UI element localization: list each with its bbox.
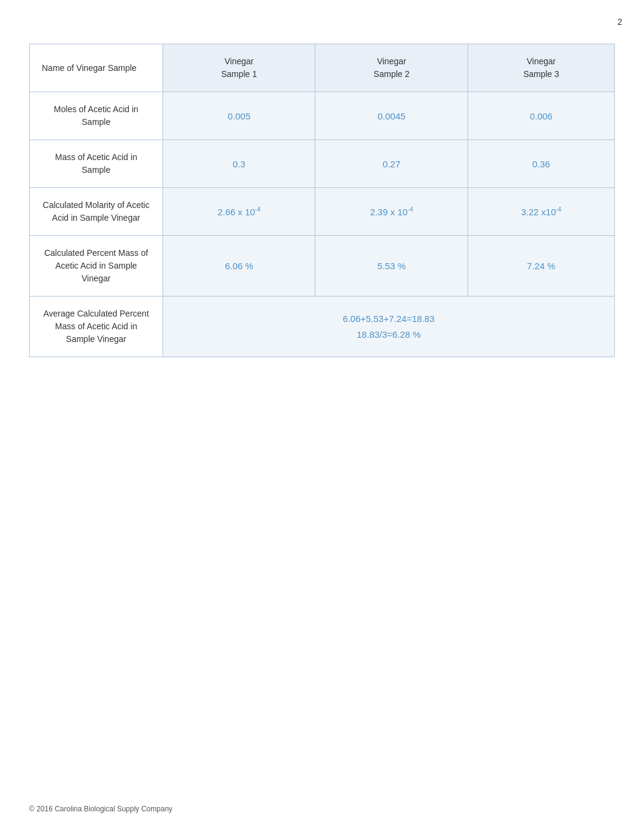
data-table: Name of Vinegar Sample VinegarSample 1 V…: [29, 44, 615, 357]
avg-line2: 18.83/3=6.28 %: [357, 329, 421, 340]
row-label-moles: Moles of Acetic Acid in Sample: [30, 92, 163, 140]
cell-mass-s2: 0.27: [315, 140, 468, 188]
copyright: © 2016 Carolina Biological Supply Compan…: [29, 805, 172, 813]
cell-avg-merged: 6.06+5.53+7.24=18.83 18.83/3=6.28 %: [163, 297, 615, 357]
cell-molarity-s3: 3.22 x10-4: [468, 188, 614, 236]
table-row: Moles of Acetic Acid in Sample 0.005 0.0…: [30, 92, 615, 140]
avg-line1: 6.06+5.53+7.24=18.83: [343, 314, 434, 324]
molarity-s3-sup: -4: [556, 206, 562, 213]
cell-pct-s3: 7.24 %: [468, 236, 614, 297]
table-row: Mass of Acetic Acid in Sample 0.3 0.27 0…: [30, 140, 615, 188]
page-number: 2: [617, 17, 622, 27]
cell-moles-s1: 0.005: [163, 92, 315, 140]
data-table-wrapper: Name of Vinegar Sample VinegarSample 1 V…: [29, 44, 615, 357]
molarity-s2-value: 2.39 x 10: [370, 207, 408, 217]
cell-moles-s2: 0.0045: [315, 92, 468, 140]
molarity-s2-sup: -4: [408, 206, 413, 213]
header-col2: VinegarSample 2: [315, 44, 468, 92]
cell-pct-s1: 6.06 %: [163, 236, 315, 297]
molarity-s1-value: 2.66 x 10: [218, 207, 255, 217]
cell-pct-s2: 5.53 %: [315, 236, 468, 297]
header-row-label: Name of Vinegar Sample: [30, 44, 163, 92]
table-row: Calculated Percent Mass of Acetic Acid i…: [30, 236, 615, 297]
cell-mass-s3: 0.36: [468, 140, 614, 188]
row-label-mass: Mass of Acetic Acid in Sample: [30, 140, 163, 188]
molarity-s3-value: 3.22 x10: [521, 207, 556, 217]
row-label-molarity: Calculated Molarity of Acetic Acid in Sa…: [30, 188, 163, 236]
cell-molarity-s1: 2.66 x 10-4: [163, 188, 315, 236]
table-row: Calculated Molarity of Acetic Acid in Sa…: [30, 188, 615, 236]
row-label-pct-mass: Calculated Percent Mass of Acetic Acid i…: [30, 236, 163, 297]
header-col3: VinegarSample 3: [468, 44, 614, 92]
cell-mass-s1: 0.3: [163, 140, 315, 188]
cell-molarity-s2: 2.39 x 10-4: [315, 188, 468, 236]
cell-moles-s3: 0.006: [468, 92, 614, 140]
header-col1: VinegarSample 1: [163, 44, 315, 92]
table-row: Average Calculated Percent Mass of Aceti…: [30, 297, 615, 357]
molarity-s1-sup: -4: [255, 206, 261, 213]
row-label-avg: Average Calculated Percent Mass of Aceti…: [30, 297, 163, 357]
